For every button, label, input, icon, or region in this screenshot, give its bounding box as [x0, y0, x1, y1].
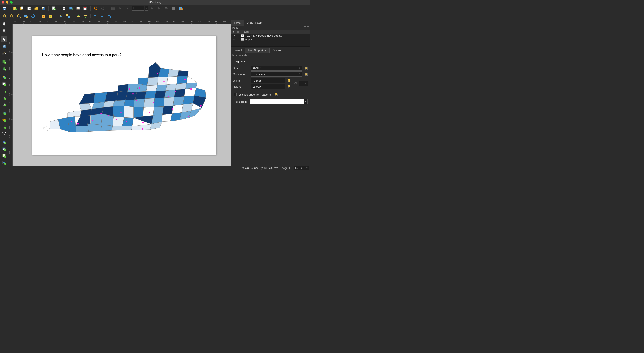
canvas[interactable]: How many people have good access to a pa…	[12, 24, 231, 166]
save-button[interactable]	[2, 5, 8, 11]
add-arrow-tool[interactable]: +	[1, 124, 7, 130]
lock-column-icon	[236, 30, 240, 33]
add-html-tool[interactable]: </>+	[1, 139, 7, 145]
add-nodeitem-tool[interactable]	[1, 131, 7, 136]
item-row-map[interactable]: ✓ Map 1	[231, 37, 310, 41]
svg-point-149	[188, 116, 190, 117]
atlas-page-input[interactable]	[132, 6, 144, 11]
width-override-button[interactable]	[286, 78, 292, 83]
move-content-tool[interactable]	[1, 43, 7, 49]
refresh-button[interactable]	[30, 13, 36, 19]
resize-button[interactable]	[107, 13, 113, 19]
add-picture-tool[interactable]: +	[1, 74, 7, 80]
atlas-last-button[interactable]	[156, 5, 162, 11]
unit-combo[interactable]: in ▼	[299, 81, 308, 86]
status-y: y: 39.5482 mm	[262, 167, 278, 170]
svg-point-132	[108, 115, 109, 116]
lock-layers-button[interactable]	[40, 13, 46, 19]
minimize-window-button[interactable]	[6, 1, 8, 3]
atlas-settings-button[interactable]	[178, 5, 184, 11]
layout-page[interactable]: How many people have good access to a pa…	[32, 36, 216, 155]
add-chart-tool[interactable]: +	[1, 160, 7, 166]
orientation-override-button[interactable]	[303, 71, 308, 76]
panel-close-icon[interactable]	[307, 54, 309, 56]
open-template-button[interactable]	[33, 5, 39, 11]
height-input[interactable]: 11.000 ▲▼	[251, 84, 285, 89]
save-template-button[interactable]	[40, 5, 46, 11]
atlas-prev-button[interactable]	[124, 5, 130, 11]
items-tree[interactable]: Item ✓ T How many people have good… ✓ Ma…	[231, 29, 310, 46]
unlock-layers-button[interactable]	[48, 13, 54, 19]
exclude-page-checkbox[interactable]	[234, 93, 236, 96]
panel-undock-icon[interactable]	[304, 26, 306, 29]
close-window-button[interactable]	[2, 1, 4, 3]
add-fixedtable-tool[interactable]: +	[1, 153, 7, 159]
tab-guides[interactable]: Guides	[270, 47, 284, 53]
zoom-tool[interactable]	[1, 28, 7, 33]
zoom-in-button[interactable]	[2, 13, 8, 19]
add-legend-tool[interactable]: +	[1, 88, 7, 94]
atlas-print-button[interactable]	[164, 5, 169, 11]
svg-text:+: +	[4, 84, 6, 86]
zoom-full-button[interactable]	[23, 13, 29, 19]
export-pdf-button[interactable]	[82, 5, 88, 11]
panel-header-items: Items	[231, 26, 310, 29]
panel-undock-icon[interactable]	[304, 54, 306, 56]
tab-item-properties[interactable]: Item Properties	[245, 47, 270, 53]
tab-undo-history[interactable]: Undo History	[244, 20, 265, 25]
atlas-first-button[interactable]	[117, 5, 123, 11]
add-label-tool[interactable]: T+	[1, 81, 7, 87]
background-color-button[interactable]: ▼	[250, 99, 308, 104]
add-map-tool[interactable]: +	[1, 59, 7, 64]
export-image-button[interactable]	[68, 5, 74, 11]
pan-tool[interactable]	[1, 21, 7, 27]
aspect-lock-icon[interactable]	[293, 80, 298, 87]
zoom-100-button[interactable]: 1:1	[16, 13, 22, 19]
lower-button[interactable]	[82, 13, 88, 19]
align-button[interactable]	[93, 13, 98, 19]
svg-rect-29	[172, 7, 174, 10]
map-item[interactable]	[38, 59, 206, 138]
layout-manager-button[interactable]	[26, 5, 32, 11]
atlas-export-button[interactable]	[170, 5, 176, 11]
zoom-out-button[interactable]	[9, 13, 15, 19]
zoom-input[interactable]: 65.8% ▼	[294, 166, 309, 170]
item-row-text[interactable]: ✓ T How many people have good…	[231, 34, 310, 37]
status-page: page: 1	[282, 167, 290, 170]
ungroup-button[interactable]	[65, 13, 71, 19]
add-pages-button[interactable]: +	[51, 5, 57, 11]
add-table-tool[interactable]: +	[1, 146, 7, 152]
map-title-text[interactable]: How many people have good access to a pa…	[42, 53, 122, 57]
new-layout-button[interactable]: +	[12, 5, 18, 11]
add-marker-tool[interactable]: +	[1, 117, 7, 123]
group-button[interactable]	[58, 13, 64, 19]
redo-button[interactable]	[100, 5, 106, 11]
add-3dmap-tool[interactable]: +	[1, 66, 7, 71]
print-button[interactable]	[61, 5, 67, 11]
atlas-toggle-button[interactable]	[110, 5, 116, 11]
add-scalebar-tool[interactable]: +	[1, 95, 7, 101]
atlas-page-dropdown[interactable]: ▼	[144, 6, 148, 11]
item-visible-check[interactable]: ✓	[232, 34, 236, 37]
add-northarrow-tool[interactable]: +	[1, 101, 7, 107]
export-svg-button[interactable]	[75, 5, 81, 11]
select-tool[interactable]	[1, 36, 7, 42]
undo-button[interactable]	[93, 5, 98, 11]
item-visible-check[interactable]: ✓	[232, 38, 236, 41]
size-combo[interactable]: ANSI B ▼	[251, 66, 302, 71]
orientation-combo[interactable]: Landscape ▼	[251, 71, 302, 76]
height-override-button[interactable]	[286, 84, 292, 89]
maximize-window-button[interactable]	[10, 1, 12, 3]
raise-button[interactable]	[75, 13, 81, 19]
size-override-button[interactable]	[303, 66, 308, 71]
tab-items[interactable]: Items	[231, 20, 244, 25]
atlas-next-button[interactable]	[149, 5, 155, 11]
edit-nodes-tool[interactable]	[1, 50, 7, 56]
exclude-override-button[interactable]	[273, 92, 278, 97]
tab-layout[interactable]: Layout	[231, 47, 245, 53]
panel-close-icon[interactable]	[307, 26, 309, 29]
add-shape-tool[interactable]: +	[1, 110, 7, 116]
duplicate-layout-button[interactable]	[19, 5, 25, 11]
width-input[interactable]: 17.000 ▲▼	[251, 78, 285, 83]
distribute-button[interactable]	[100, 13, 106, 19]
